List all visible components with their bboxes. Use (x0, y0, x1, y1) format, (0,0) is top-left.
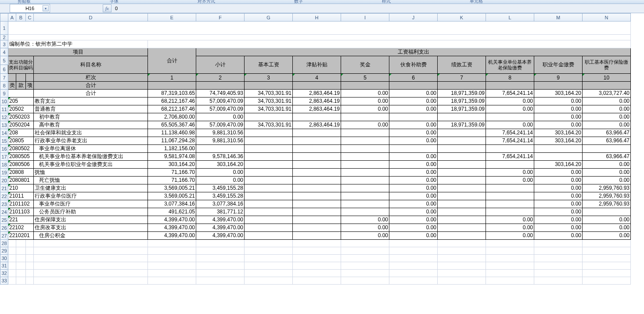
cell[interactable]: 0.00 (389, 177, 438, 184)
cell[interactable] (245, 208, 293, 216)
row-header[interactable]: 32 (0, 270, 8, 277)
hdr-food-sub[interactable]: 伙食补助费 (389, 56, 438, 74)
col-E[interactable]: E (148, 14, 196, 22)
cell[interactable]: 0.00 (486, 232, 534, 240)
cell[interactable]: 0.00 (389, 184, 438, 192)
cell[interactable]: 2,863,464.19 (293, 90, 341, 97)
cell[interactable] (583, 262, 631, 270)
cell[interactable]: 63,966.47 (583, 129, 631, 137)
cell-name[interactable]: 抚恤 (34, 169, 148, 177)
cell[interactable]: 0.00 (583, 224, 631, 232)
cell[interactable]: 0.00 (389, 153, 438, 161)
cell[interactable] (8, 255, 16, 262)
cell[interactable] (293, 240, 341, 247)
cell[interactable]: 0.00 (389, 169, 438, 177)
formula-value[interactable]: 0 (113, 6, 118, 11)
cell-name[interactable]: 事业单位医疗 (34, 200, 148, 208)
cell[interactable] (389, 145, 438, 153)
row-header[interactable]: 18 (0, 161, 8, 169)
cell[interactable] (486, 240, 534, 247)
cell[interactable] (486, 145, 534, 153)
row-header[interactable]: 26 (0, 224, 8, 232)
cell[interactable] (341, 82, 389, 90)
cell-code[interactable]: 205 (8, 97, 34, 105)
cell[interactable]: 0.00 (583, 121, 631, 129)
cell[interactable] (34, 240, 148, 247)
cell-code[interactable]: 21011 (8, 192, 34, 200)
cell[interactable] (148, 277, 196, 285)
cell[interactable]: 57,009,470.09 (196, 97, 245, 105)
cell[interactable] (245, 200, 293, 208)
cell[interactable]: 0.00 (486, 121, 534, 129)
cell[interactable] (8, 35, 631, 40)
cell[interactable] (245, 113, 293, 121)
cell[interactable]: 2,863,464.19 (293, 121, 341, 129)
cell[interactable]: 71,166.70 (148, 169, 196, 177)
hdr-project[interactable]: 项目 (8, 48, 148, 56)
cell[interactable] (245, 247, 293, 255)
cell[interactable] (438, 137, 486, 145)
cell[interactable]: 491,621.05 (148, 208, 196, 216)
cell[interactable] (341, 153, 389, 161)
cell[interactable] (341, 145, 389, 153)
cell[interactable] (341, 262, 389, 270)
cell[interactable] (8, 74, 16, 82)
cell[interactable] (196, 82, 245, 90)
cell[interactable]: 2,959,760.93 (583, 184, 631, 192)
cell[interactable] (293, 145, 341, 153)
cell[interactable] (293, 216, 341, 224)
cell[interactable] (245, 192, 293, 200)
col-D[interactable]: D (34, 14, 148, 22)
cell[interactable]: 34,703,301.91 (245, 97, 293, 105)
hdr-xiang[interactable]: 项 (26, 82, 34, 90)
cell[interactable] (583, 208, 631, 216)
cell[interactable]: 9,881,310.56 (196, 129, 245, 137)
cell-code[interactable] (8, 90, 34, 97)
hdr-allowance[interactable]: 津贴补贴 (293, 56, 341, 74)
cell[interactable] (26, 277, 34, 285)
cell[interactable]: 0.00 (389, 129, 438, 137)
cell-name[interactable]: 合计 (34, 90, 148, 97)
colno-3[interactable]: 3 (245, 74, 293, 82)
cell[interactable]: 0.00 (583, 97, 631, 105)
cell[interactable]: 3,459,155.28 (196, 184, 245, 192)
col-I[interactable]: I (341, 14, 389, 22)
cell[interactable]: 0.00 (534, 216, 583, 224)
cell[interactable] (293, 224, 341, 232)
hdr-subtotal[interactable]: 小计 (196, 56, 245, 74)
cell-code[interactable]: 20808 (8, 169, 34, 177)
cell[interactable]: 0.00 (534, 200, 583, 208)
hdr-medical[interactable]: 职工基本医疗保险缴费 (583, 56, 631, 74)
cell-code[interactable]: 2080502 (8, 145, 34, 153)
cell[interactable] (196, 145, 245, 153)
cell[interactable] (438, 169, 486, 177)
cell[interactable]: 381,771.12 (196, 208, 245, 216)
cell[interactable] (196, 270, 245, 277)
cell[interactable] (486, 262, 534, 270)
cell[interactable] (245, 153, 293, 161)
row-header[interactable]: 31 (0, 262, 8, 270)
cell[interactable] (245, 262, 293, 270)
col-G[interactable]: G (245, 14, 293, 22)
cell[interactable] (438, 161, 486, 169)
cell[interactable]: 7,654,241.14 (486, 90, 534, 97)
cell-code[interactable]: 2080506 (8, 161, 34, 169)
cell[interactable]: 0.00 (341, 232, 389, 240)
row-header[interactable]: 24 (0, 208, 8, 216)
cell[interactable]: 0.00 (486, 169, 534, 177)
cell[interactable] (486, 277, 534, 285)
cell[interactable] (583, 277, 631, 285)
cell[interactable]: 9,881,310.56 (196, 137, 245, 145)
cell-name[interactable]: 初中教育 (34, 113, 148, 121)
cell[interactable] (245, 184, 293, 192)
cell[interactable] (438, 224, 486, 232)
row-header[interactable]: 25 (0, 216, 8, 224)
cell[interactable]: 0.00 (389, 161, 438, 169)
cell[interactable]: 0.00 (583, 161, 631, 169)
cell[interactable] (438, 247, 486, 255)
cell[interactable] (293, 113, 341, 121)
hdr-pension[interactable]: 机关事业单位基本养老保险缴费 (486, 56, 534, 74)
cell[interactable] (16, 255, 26, 262)
cell[interactable]: 87,319,103.65 (148, 90, 196, 97)
cell-name[interactable]: 高中教育 (34, 121, 148, 129)
